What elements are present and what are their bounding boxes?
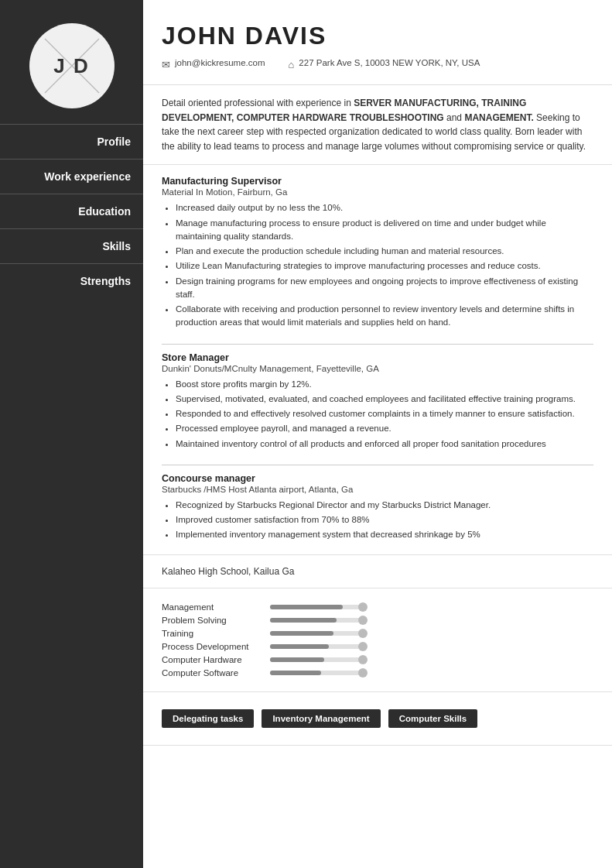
skill-management-bar [270,605,363,609]
skill-problem-solving-bar [270,618,363,623]
list-item: Design training programs for new employe… [176,275,593,302]
skills-section: Management Problem Solving Training [143,588,612,692]
avatar-area: J D [0,0,143,124]
strength-tag-3: Computer Skills [388,709,478,728]
sidebar-section-education: Education [0,194,143,228]
skill-process-dev-fill [270,644,329,649]
contact-address: ⌂ 227 Park Ave S, 10003 NEW YORK, NY, US… [289,58,480,70]
list-item: Boost store profits margin by 12%. [176,378,593,391]
sidebar-work-label: Work experience [44,170,143,183]
skill-training-dot [358,629,368,638]
skill-computer-software-fill [270,671,321,675]
email-value: john@kickresume.com [175,58,265,67]
avatar-initials: J D [53,54,89,78]
strength-tag-2: Inventory Management [262,709,380,728]
skill-management-label: Management [162,602,262,612]
job-3-company: Starbucks /HMS Host Atlanta airport, Atl… [162,485,593,494]
skill-training-fill [270,631,333,636]
list-item: Responded to and effectively resolved cu… [176,407,593,420]
sidebar-section-profile: Profile [0,124,143,159]
list-item: Maintained inventory control of all prod… [176,437,593,451]
job-2-company: Dunkin' Donuts/MCnulty Management, Fayet… [162,364,593,373]
email-icon: ✉ [162,59,170,70]
list-item: Collaborate with receiving and productio… [176,303,593,330]
list-item: Manage manufacturing process to ensure p… [176,217,593,244]
address-value: 227 Park Ave S, 10003 NEW YORK, NY, USA [299,58,480,67]
sidebar: J D Profile Work experience Education Sk… [0,0,143,868]
profile-section: Detail oriented professional with experi… [143,85,612,165]
skill-computer-software-label: Computer Software [162,668,262,678]
skill-computer-hardware-fill [270,657,324,662]
skill-computer-software-bar [270,671,363,675]
address-icon: ⌂ [289,59,295,70]
skill-problem-solving: Problem Solving [162,616,593,625]
strengths-section: Delegating tasks Inventory Management Co… [143,692,612,746]
job-2: Store Manager Dunkin' Donuts/MCnulty Man… [162,352,593,451]
strengths-tags: Delegating tasks Inventory Management Co… [162,703,593,734]
sidebar-skills-label: Skills [102,240,143,252]
skill-management-fill [270,605,343,609]
list-item: Increased daily output by no less the 10… [176,201,593,214]
main-content: JOHN DAVIS ✉ john@kickresume.com ⌂ 227 P… [143,0,612,868]
skill-training-bar [270,631,363,636]
skill-process-dev-dot [358,642,368,651]
work-experience-section: Manufacturing Supervisor Material In Mot… [143,165,612,554]
skill-process-dev-bar [270,644,363,649]
job-1-company: Material In Motion, Fairburn, Ga [162,187,593,197]
job-1-title: Manufacturing Supervisor [162,176,593,187]
skill-problem-solving-label: Problem Solving [162,616,262,625]
skill-process-dev: Process Development [162,642,593,651]
resume-header: JOHN DAVIS ✉ john@kickresume.com ⌂ 227 P… [143,0,612,85]
candidate-name: JOHN DAVIS [162,22,593,50]
education-entry-1: Kalaheo High School, Kailua Ga [162,566,593,577]
skill-computer-hardware-bar [270,657,363,662]
skill-management: Management [162,602,593,612]
skill-computer-hardware: Computer Hardware [162,655,593,664]
list-item: Utilize Lean Manufacturing strategies to… [176,259,593,273]
job-1-bullets: Increased daily output by no less the 10… [162,201,593,329]
skill-problem-solving-fill [270,618,337,623]
strength-tag-1: Delegating tasks [162,709,254,728]
sidebar-section-strengths: Strengths [0,263,143,298]
skill-problem-solving-dot [358,616,368,625]
sidebar-section-skills: Skills [0,228,143,263]
skill-computer-hardware-label: Computer Hardware [162,655,262,664]
job-2-bullets: Boost store profits margin by 12%. Super… [162,378,593,451]
skill-training: Training [162,629,593,638]
job-1: Manufacturing Supervisor Material In Mot… [162,176,593,329]
sidebar-section-work: Work experience [0,159,143,194]
profile-text: Detail oriented professional with experi… [162,96,593,153]
list-item: Implemented inventory management system … [176,528,593,541]
job-3-title: Concourse manager [162,473,593,484]
skill-process-dev-label: Process Development [162,642,262,651]
list-item: Processed employee payroll, and managed … [176,422,593,435]
resume-page: J D Profile Work experience Education Sk… [0,0,612,868]
skill-computer-software: Computer Software [162,668,593,678]
job-3: Concourse manager Starbucks /HMS Host At… [162,473,593,542]
sidebar-profile-label: Profile [97,136,143,148]
list-item: Plan and execute the production schedule… [176,245,593,258]
contact-row: ✉ john@kickresume.com ⌂ 227 Park Ave S, … [162,58,593,70]
list-item: Recognized by Starbucks Regional Directo… [176,499,593,512]
skill-computer-software-dot [358,668,368,678]
job-2-title: Store Manager [162,352,593,363]
skill-computer-hardware-dot [358,655,368,664]
contact-email: ✉ john@kickresume.com [162,58,265,70]
sidebar-education-label: Education [78,205,143,218]
sidebar-strengths-label: Strengths [80,275,143,287]
job-3-bullets: Recognized by Starbucks Regional Directo… [162,499,593,542]
avatar: J D [29,23,115,108]
skill-training-label: Training [162,629,262,638]
skill-management-dot [358,602,368,612]
list-item: Improved customer satisfaction from 70% … [176,513,593,527]
education-section: Kalaheo High School, Kailua Ga [143,555,612,588]
skills-grid: Management Problem Solving Training [162,599,593,681]
list-item: Supervised, motivated, evaluated, and co… [176,393,593,406]
